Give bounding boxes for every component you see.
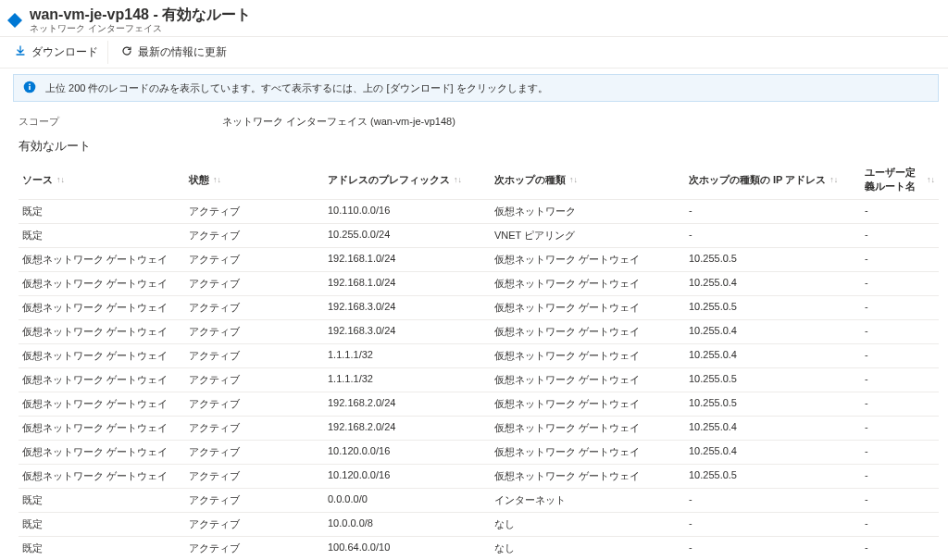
table-row[interactable]: 仮想ネットワーク ゲートウェイアクティブ1.1.1.1/32仮想ネットワーク ゲ…	[19, 368, 939, 392]
cell-state: アクティブ	[185, 513, 324, 536]
cell-state: アクティブ	[185, 465, 324, 488]
col-prefix[interactable]: アドレスのプレフィックス ↑↓	[324, 160, 491, 199]
cell-prefix: 192.168.1.0/24	[324, 272, 491, 295]
col-hop-ip[interactable]: 次ホップの種類の IP アドレス ↑↓	[685, 160, 861, 199]
cell-udr: -	[861, 489, 939, 512]
cell-hopIp: -	[685, 489, 861, 512]
cell-hopType: 仮想ネットワーク ゲートウェイ	[491, 272, 685, 295]
refresh-button[interactable]: 最新の情報に更新	[112, 41, 236, 64]
table-row[interactable]: 仮想ネットワーク ゲートウェイアクティブ1.1.1.1/32仮想ネットワーク ゲ…	[19, 344, 939, 368]
cell-source: 既定	[19, 537, 185, 560]
cell-hopIp: 10.255.0.4	[685, 441, 861, 464]
cell-hopIp: -	[685, 513, 861, 536]
cell-hopIp: 10.255.0.5	[685, 248, 861, 271]
cell-hopType: 仮想ネットワーク ゲートウェイ	[491, 320, 685, 343]
cell-hopType: なし	[491, 537, 685, 560]
cell-state: アクティブ	[185, 344, 324, 367]
table-row[interactable]: 仮想ネットワーク ゲートウェイアクティブ192.168.1.0/24仮想ネットワ…	[19, 248, 939, 272]
routes-table: ソース ↑↓ 状態 ↑↓ アドレスのプレフィックス ↑↓ 次ホップの種類 ↑↓ …	[19, 160, 939, 560]
table-row[interactable]: 仮想ネットワーク ゲートウェイアクティブ192.168.3.0/24仮想ネットワ…	[19, 296, 939, 320]
cell-udr: -	[861, 441, 939, 464]
cell-hopType: なし	[491, 513, 685, 536]
cell-prefix: 192.168.3.0/24	[324, 296, 491, 319]
cell-hopType: 仮想ネットワーク ゲートウェイ	[491, 344, 685, 367]
cell-hopIp: 10.255.0.4	[685, 272, 861, 295]
table-body: 既定アクティブ10.110.0.0/16仮想ネットワーク--既定アクティブ10.…	[19, 200, 939, 560]
cell-hopType: 仮想ネットワーク ゲートウェイ	[491, 392, 685, 416]
svg-rect-3	[29, 84, 31, 86]
resource-icon	[6, 11, 24, 30]
cell-source: 既定	[19, 513, 185, 536]
cell-hopIp: 10.255.0.4	[685, 344, 861, 367]
table-row[interactable]: 既定アクティブ0.0.0.0/0インターネット--	[19, 489, 939, 513]
col-state[interactable]: 状態 ↑↓	[185, 160, 324, 199]
page-title: wan-vm-je-vp148 - 有効なルート	[30, 6, 251, 23]
cell-hopIp: 10.255.0.4	[685, 320, 861, 343]
svg-rect-2	[29, 86, 31, 90]
col-udr[interactable]: ユーザー定義ルート名 ↑↓	[861, 160, 939, 199]
cell-source: 仮想ネットワーク ゲートウェイ	[19, 248, 185, 271]
sort-icon: ↑↓	[454, 175, 462, 184]
col-hop-type[interactable]: 次ホップの種類 ↑↓	[491, 160, 685, 199]
download-button[interactable]: ダウンロード	[6, 41, 108, 64]
table-row[interactable]: 仮想ネットワーク ゲートウェイアクティブ192.168.2.0/24仮想ネットワ…	[19, 417, 939, 441]
cell-source: 仮想ネットワーク ゲートウェイ	[19, 296, 185, 319]
cell-hopIp: -	[685, 224, 861, 247]
cell-source: 仮想ネットワーク ゲートウェイ	[19, 465, 185, 488]
page-header: wan-vm-je-vp148 - 有効なルート ネットワーク インターフェイス	[0, 0, 948, 36]
cell-hopType: VNET ピアリング	[491, 224, 685, 247]
col-source[interactable]: ソース ↑↓	[19, 160, 185, 199]
table-row[interactable]: 仮想ネットワーク ゲートウェイアクティブ10.120.0.0/16仮想ネットワー…	[19, 465, 939, 489]
info-bar: 上位 200 件のレコードのみを表示しています。すべて表示するには、上の [ダウ…	[13, 74, 939, 102]
table-row[interactable]: 既定アクティブ100.64.0.0/10なし--	[19, 537, 939, 560]
cell-hopType: 仮想ネットワーク ゲートウェイ	[491, 465, 685, 488]
table-row[interactable]: 既定アクティブ10.110.0.0/16仮想ネットワーク--	[19, 200, 939, 224]
col-hop-type-label: 次ホップの種類	[494, 173, 566, 187]
cell-prefix: 1.1.1.1/32	[324, 368, 491, 392]
scope-row: スコープ ネットワーク インターフェイス (wan-vm-je-vp148)	[0, 111, 948, 138]
cell-hopType: 仮想ネットワーク ゲートウェイ	[491, 296, 685, 319]
cell-prefix: 10.0.0.0/8	[324, 513, 491, 536]
page-subtitle: ネットワーク インターフェイス	[30, 23, 251, 34]
cell-state: アクティブ	[185, 272, 324, 295]
cell-udr: -	[861, 200, 939, 223]
table-header: ソース ↑↓ 状態 ↑↓ アドレスのプレフィックス ↑↓ 次ホップの種類 ↑↓ …	[19, 160, 939, 200]
scope-value: ネットワーク インターフェイス (wan-vm-je-vp148)	[222, 115, 455, 129]
cell-state: アクティブ	[185, 368, 324, 392]
cell-udr: -	[861, 320, 939, 343]
cell-prefix: 10.110.0.0/16	[324, 200, 491, 223]
sort-icon: ↑↓	[56, 175, 65, 184]
cell-hopIp: 10.255.0.5	[685, 296, 861, 319]
cell-prefix: 100.64.0.0/10	[324, 537, 491, 560]
cell-source: 既定	[19, 224, 185, 247]
table-row[interactable]: 仮想ネットワーク ゲートウェイアクティブ192.168.2.0/24仮想ネットワ…	[19, 392, 939, 417]
cell-prefix: 192.168.2.0/24	[324, 417, 491, 440]
cell-udr: -	[861, 465, 939, 488]
cell-source: 仮想ネットワーク ゲートウェイ	[19, 441, 185, 464]
cell-hopIp: 10.255.0.5	[685, 465, 861, 488]
table-row[interactable]: 仮想ネットワーク ゲートウェイアクティブ192.168.1.0/24仮想ネットワ…	[19, 272, 939, 296]
cell-prefix: 192.168.3.0/24	[324, 320, 491, 343]
refresh-label: 最新の情報に更新	[138, 44, 227, 60]
sort-icon: ↑↓	[569, 175, 578, 184]
cell-state: アクティブ	[185, 224, 324, 247]
table-row[interactable]: 既定アクティブ10.255.0.0/24VNET ピアリング--	[19, 224, 939, 248]
cell-hopType: 仮想ネットワーク ゲートウェイ	[491, 368, 685, 392]
cell-hopIp: 10.255.0.5	[685, 368, 861, 392]
sort-icon: ↑↓	[213, 175, 221, 184]
cell-udr: -	[861, 417, 939, 440]
cell-hopIp: -	[685, 537, 861, 560]
title-block: wan-vm-je-vp148 - 有効なルート ネットワーク インターフェイス	[30, 6, 251, 34]
table-row[interactable]: 仮想ネットワーク ゲートウェイアクティブ10.120.0.0/16仮想ネットワー…	[19, 441, 939, 465]
table-row[interactable]: 仮想ネットワーク ゲートウェイアクティブ192.168.3.0/24仮想ネットワ…	[19, 320, 939, 344]
cell-state: アクティブ	[185, 537, 324, 560]
cell-prefix: 0.0.0.0/0	[324, 489, 491, 512]
cell-state: アクティブ	[185, 320, 324, 343]
cell-source: 仮想ネットワーク ゲートウェイ	[19, 272, 185, 295]
cell-udr: -	[861, 513, 939, 536]
cell-hopIp: -	[685, 200, 861, 223]
cell-prefix: 192.168.2.0/24	[324, 392, 491, 416]
cell-udr: -	[861, 344, 939, 367]
svg-marker-0	[7, 13, 22, 28]
table-row[interactable]: 既定アクティブ10.0.0.0/8なし--	[19, 513, 939, 537]
